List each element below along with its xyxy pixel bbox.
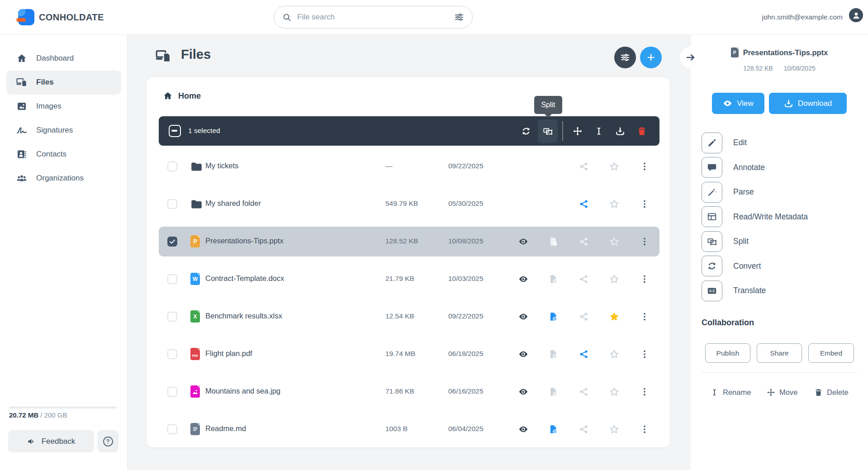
sidebar-item-signatures[interactable]: Signatures [6, 119, 121, 142]
file-row[interactable]: WContract-Template.docx21.79 KB10/03/202… [159, 264, 659, 294]
share-button[interactable] [578, 227, 590, 256]
panel-action-split[interactable]: Split [702, 231, 857, 252]
share-button[interactable] [578, 302, 590, 332]
breadcrumb[interactable]: Home [163, 91, 201, 101]
select-all-checkbox[interactable] [169, 125, 181, 137]
view-eye-button[interactable] [517, 377, 529, 407]
favorite-star-button[interactable] [608, 414, 620, 444]
panel-action-translate[interactable]: AZTranslate [702, 280, 857, 301]
file-name: My tickets [205, 161, 238, 170]
view-eye-button[interactable] [517, 264, 529, 294]
approve-doc-button[interactable] [547, 377, 559, 407]
row-checkbox[interactable] [167, 274, 177, 284]
file-size: 71.86 KB [385, 387, 414, 395]
help-button[interactable]: ? [97, 430, 119, 452]
move-button[interactable] [568, 116, 588, 146]
file-row[interactable]: Mountains and sea.jpg71.86 KB06/16/2025 [159, 377, 659, 407]
sidebar-item-dashboard[interactable]: Dashboard [6, 47, 121, 71]
file-row[interactable]: XBenchmark results.xlsx12.54 KB09/22/202… [159, 302, 659, 332]
rename-button[interactable] [589, 116, 609, 146]
row-menu-button[interactable] [639, 189, 650, 219]
avatar[interactable] [849, 8, 863, 22]
row-checkbox[interactable] [167, 387, 177, 397]
download-icon [615, 126, 625, 136]
view-eye-button[interactable] [517, 302, 529, 332]
convert-button[interactable] [516, 116, 536, 146]
view-settings-button[interactable] [614, 47, 636, 68]
file-date: 06/16/2025 [448, 387, 484, 395]
delete-button[interactable]: Delete [814, 382, 849, 402]
approve-doc-button[interactable] [547, 227, 559, 256]
row-checkbox[interactable] [167, 161, 177, 171]
panel-action-edit[interactable]: Edit [702, 132, 857, 153]
embed-button[interactable]: Embed [808, 343, 854, 363]
row-menu-button[interactable] [639, 227, 650, 256]
split-button[interactable] [538, 119, 558, 143]
conholdate-logo-icon[interactable] [18, 9, 34, 25]
sidebar-item-contacts[interactable]: Contacts [6, 142, 121, 166]
panel-action-convert[interactable]: Convert [702, 256, 857, 277]
file-size: 19.74 MB [385, 350, 415, 358]
row-menu-button[interactable] [639, 414, 650, 444]
row-checkbox[interactable] [167, 199, 177, 209]
question-icon: ? [103, 437, 113, 446]
file-row[interactable]: Readme.md1003 B06/04/2025 [159, 414, 659, 444]
view-eye-button[interactable] [517, 414, 529, 444]
file-row[interactable]: PPresentations-Tips.pptx128.52 KB10/08/2… [159, 227, 659, 256]
row-checkbox[interactable] [167, 424, 177, 434]
search-input[interactable] [297, 13, 454, 22]
favorite-star-button[interactable] [608, 189, 620, 219]
panel-action-annotate[interactable]: Annotate [702, 157, 857, 178]
approve-doc-button[interactable] [547, 264, 559, 294]
row-checkbox[interactable] [167, 237, 177, 247]
row-checkbox[interactable] [167, 349, 177, 359]
file-date: 09/22/2025 [448, 162, 484, 170]
favorite-star-button[interactable] [608, 339, 620, 369]
view-eye-button[interactable] [517, 227, 529, 256]
share-button[interactable] [578, 189, 590, 219]
share-button[interactable] [578, 414, 590, 444]
download-button[interactable] [610, 116, 630, 146]
favorite-star-button[interactable] [608, 302, 620, 332]
favorite-star-button[interactable] [608, 152, 620, 181]
row-menu-button[interactable] [639, 264, 650, 294]
rename-button[interactable]: Rename [710, 382, 751, 402]
sidebar-item-files[interactable]: Files [6, 71, 121, 95]
sidebar-item-images[interactable]: Images [6, 95, 121, 119]
feedback-button[interactable]: Feedback [8, 430, 94, 452]
favorite-star-button[interactable] [608, 264, 620, 294]
share-button[interactable]: Share [757, 343, 802, 363]
panel-file-header: P Presentations-Tips.pptx [691, 47, 868, 57]
panel-action-parse[interactable]: Parse [702, 181, 857, 203]
view-button[interactable]: View [712, 93, 764, 114]
download-button[interactable]: Download [769, 93, 847, 114]
storage-used: 20.72 MB [9, 411, 38, 419]
view-eye-button[interactable] [517, 339, 529, 369]
share-button[interactable] [578, 339, 590, 369]
share-button[interactable] [578, 377, 590, 407]
search-filter-icon[interactable] [454, 12, 464, 22]
favorite-star-button[interactable] [608, 377, 620, 407]
row-menu-button[interactable] [639, 302, 650, 332]
panel-action-read-write-metadata[interactable]: Read/Write Metadata [702, 206, 857, 228]
panel-collapse-button[interactable] [680, 47, 702, 68]
row-menu-button[interactable] [639, 377, 650, 407]
orgs-icon [16, 173, 27, 184]
delete-button[interactable] [632, 116, 652, 146]
file-row[interactable]: My shared folder549.79 KB05/30/2025 [159, 189, 659, 219]
add-button[interactable]: + [640, 47, 662, 68]
publish-button[interactable]: Publish [705, 343, 750, 363]
row-menu-button[interactable] [639, 152, 650, 181]
file-row[interactable]: PDFFlight plan.pdf19.74 MB06/18/2025 [159, 339, 659, 369]
move-button[interactable]: Move [767, 382, 797, 402]
share-button[interactable] [578, 152, 590, 181]
approve-doc-button[interactable] [547, 302, 559, 332]
approve-doc-button[interactable] [547, 414, 559, 444]
sidebar-item-organizations[interactable]: Organizations [6, 166, 121, 190]
row-menu-button[interactable] [639, 339, 650, 369]
favorite-star-button[interactable] [608, 227, 620, 256]
file-row[interactable]: My tickets—09/22/2025 [159, 152, 659, 181]
share-button[interactable] [578, 264, 590, 294]
approve-doc-button[interactable] [547, 339, 559, 369]
row-checkbox[interactable] [167, 312, 177, 322]
